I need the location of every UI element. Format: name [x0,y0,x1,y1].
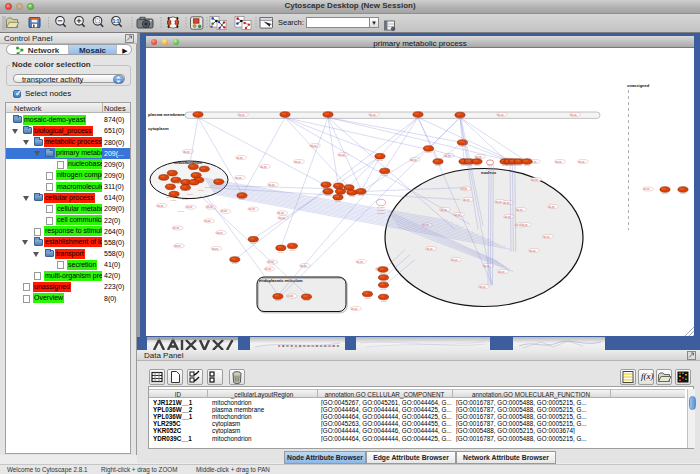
svg-text:xx-xx: xx-xx [212,248,219,251]
svg-text:cytoplasm: cytoplasm [148,126,169,131]
svg-text:xx-xx: xx-xx [464,199,471,202]
svg-text:xx-xx: xx-xx [157,205,164,208]
svg-text:xx-xx: xx-xx [544,236,551,239]
svg-text:xx-xx: xx-xx [517,209,524,212]
svg-text:xxXxx: xxXxx [171,199,178,201]
svg-text:xx-xx: xx-xx [549,206,556,209]
svg-text:xxXxx: xxXxx [187,193,194,195]
svg-text:xx-xx: xx-xx [532,179,539,182]
svg-text:xx-xx: xx-xx [498,114,505,117]
svg-text:xx-xx: xx-xx [452,259,459,262]
svg-text:xx-xx: xx-xx [186,206,193,209]
svg-text:xx-xx: xx-xx [461,188,468,191]
svg-text:xx-xx: xx-xx [239,114,246,117]
svg-text:xx-xx: xx-xx [571,114,578,117]
svg-text:xx-xx: xx-xx [173,227,180,230]
svg-text:xx-xx: xx-xx [522,224,529,227]
svg-text:xx-xx: xx-xx [265,268,272,271]
svg-text:xx-xx: xx-xx [370,114,377,117]
svg-text:xx-xx: xx-xx [480,286,487,289]
svg-text:xx-xx: xx-xx [427,248,434,251]
svg-text:xx-xx: xx-xx [351,308,358,311]
svg-text:xx-xx: xx-xx [205,220,212,223]
svg-text:xxXxxx: xxXxxx [377,212,385,215]
svg-text:xx-xx: xx-xx [496,201,503,204]
svg-text:xx-xx: xx-xx [530,250,537,253]
svg-text:xx-xx: xx-xx [476,156,483,159]
svg-text:xx-xx: xx-xx [505,216,512,219]
svg-text:plasma membrane: plasma membrane [148,112,185,117]
svg-text:mitochondrion: mitochondrion [174,160,203,165]
svg-text:xx-xx: xx-xx [504,202,511,205]
svg-text:xxXxx: xxXxx [198,189,205,191]
svg-text:xx-xx: xx-xx [184,151,191,154]
svg-text:xx-xx: xx-xx [261,166,268,169]
svg-text:xx-xx: xx-xx [278,212,285,215]
svg-text:xx-xx: xx-xx [644,188,651,191]
svg-text:xx-xx: xx-xx [174,245,181,248]
svg-text:xxXxx: xxXxx [182,198,189,200]
svg-text:xx-xx: xx-xx [579,161,586,164]
svg-text:xx-xx: xx-xx [221,210,228,213]
svg-text:xx-xx: xx-xx [236,177,243,180]
svg-text:xx-xx: xx-xx [287,295,294,298]
svg-text:xx-xx: xx-xx [216,232,223,235]
svg-text:xx-xx: xx-xx [249,208,256,211]
svg-text:xx-xx: xx-xx [295,161,302,164]
svg-text:Search:: Search: [278,18,304,27]
svg-text:1:1: 1:1 [113,19,120,24]
svg-text:xx-xx: xx-xx [499,271,506,274]
svg-text:xx-xx: xx-xx [339,154,346,157]
svg-text:xx-xx: xx-xx [237,157,244,160]
svg-text:xx-xx: xx-xx [269,184,276,187]
svg-text:xx-xx: xx-xx [357,261,364,264]
svg-text:unassigned: unassigned [627,83,650,88]
svg-text:xxXxx: xxXxx [178,210,185,212]
svg-text:xx-xx: xx-xx [556,161,563,164]
